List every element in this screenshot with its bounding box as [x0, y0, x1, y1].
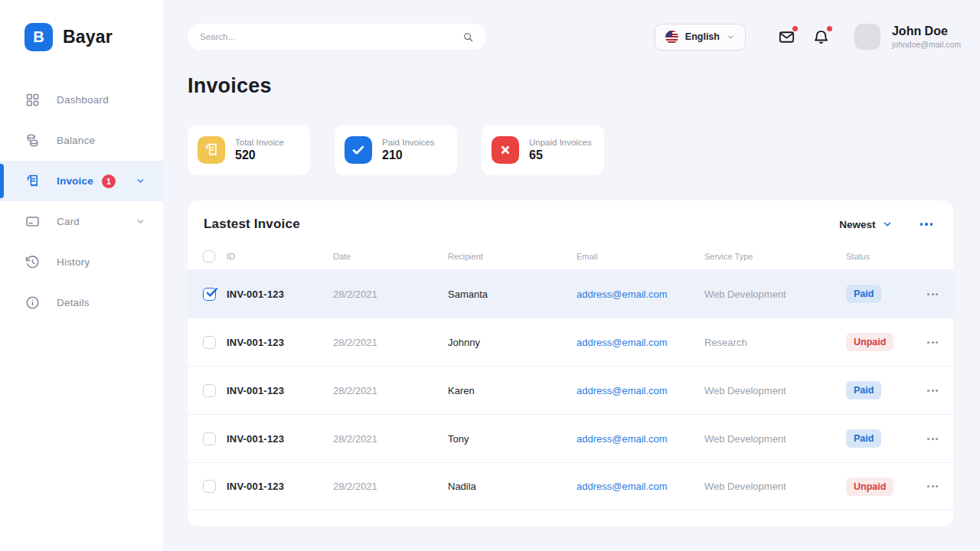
check-icon	[345, 136, 372, 164]
status-badge: Unpaid	[846, 478, 893, 496]
row-checkbox[interactable]	[203, 288, 216, 301]
sidebar: B Bayar Dashboard Balance Invoice 1 Card	[0, 0, 163, 551]
status-badge: Unpaid	[846, 333, 893, 351]
stat-value: 65	[529, 148, 592, 162]
chevron-down-icon[interactable]	[136, 217, 145, 227]
sidebar-item-invoice[interactable]: Invoice 1	[0, 161, 163, 201]
sidebar-item-details[interactable]: Details	[0, 282, 163, 323]
cell-service-type: Web Development	[704, 385, 846, 396]
brand-logo-letter: B	[33, 28, 44, 46]
cell-id: INV-001-123	[227, 385, 333, 396]
row-checkbox[interactable]	[203, 480, 216, 493]
avatar[interactable]	[854, 24, 880, 50]
stat-card-total-invoice: Total Invoice 520	[188, 125, 310, 175]
language-selector[interactable]: English	[655, 24, 746, 51]
cell-recipient: Nadila	[448, 481, 577, 492]
table-row[interactable]: INV-001-12328/2/2021Nadilaaddress@email.…	[188, 462, 953, 510]
chevron-down-icon[interactable]	[136, 176, 145, 186]
sidebar-item-label: Balance	[57, 135, 95, 146]
sidebar-item-label: Invoice	[57, 175, 93, 187]
stat-label: Paid Invoices	[382, 138, 434, 147]
cell-service-type: Research	[704, 337, 846, 348]
stat-label: Unpaid Invoices	[529, 138, 592, 147]
chevron-down-icon	[727, 33, 735, 41]
table-row[interactable]: INV-001-12328/2/2021Johnnyaddress@email.…	[188, 318, 953, 366]
row-menu-button[interactable]	[927, 341, 938, 344]
stat-card-paid-invoices: Paid Invoices 210	[335, 125, 457, 175]
row-menu-button[interactable]	[927, 485, 938, 487]
row-menu-button[interactable]	[927, 390, 938, 392]
status-badge: Paid	[846, 429, 881, 448]
row-checkbox[interactable]	[203, 336, 216, 349]
column-header-status: Status	[846, 252, 927, 261]
column-header-email: Email	[577, 252, 704, 261]
latest-invoice-card: Lastest Invoice Newest ID Date Recipient…	[188, 201, 953, 527]
chevron-down-icon	[882, 219, 893, 230]
select-all-checkbox[interactable]	[203, 250, 215, 262]
column-header-id: ID	[227, 252, 333, 261]
sidebar-item-label: Dashboard	[57, 94, 109, 106]
language-label: English	[685, 31, 720, 42]
cell-service-type: Web Development	[704, 481, 846, 492]
sidebar-item-label: Details	[57, 297, 90, 308]
table-menu-button[interactable]	[920, 223, 933, 226]
table-title: Lastest Invoice	[204, 217, 300, 232]
us-flag-icon	[665, 31, 678, 44]
search-input[interactable]	[200, 32, 462, 41]
coins-icon	[24, 132, 41, 148]
sidebar-item-label: Card	[57, 216, 80, 227]
sidebar-item-balance[interactable]: Balance	[0, 120, 163, 161]
sidebar-item-history[interactable]: History	[0, 242, 163, 282]
brand-logo: B	[24, 23, 53, 51]
table-row[interactable]: INV-001-12328/2/2021Karenaddress@email.c…	[188, 366, 953, 414]
cell-date: 28/2/2021	[333, 385, 448, 396]
row-checkbox[interactable]	[203, 432, 216, 445]
row-menu-button[interactable]	[927, 438, 938, 440]
invoice-icon	[24, 173, 41, 189]
cell-id: INV-001-123	[227, 289, 333, 300]
cell-id: INV-001-123	[227, 337, 333, 348]
sidebar-item-dashboard[interactable]: Dashboard	[0, 80, 163, 120]
app-root: B Bayar Dashboard Balance Invoice 1 Card	[0, 0, 980, 551]
cell-recipient: Karen	[448, 385, 577, 396]
stat-value: 520	[235, 148, 284, 162]
table-row[interactable]: INV-001-12328/2/2021Tonyaddress@email.co…	[188, 414, 953, 462]
sort-dropdown[interactable]: Newest	[839, 219, 892, 230]
dashboard-icon	[24, 92, 41, 108]
stat-label: Total Invoice	[235, 138, 284, 147]
cell-date: 28/2/2021	[333, 289, 448, 300]
cell-email[interactable]: address@email.com	[577, 433, 704, 445]
cell-date: 28/2/2021	[333, 481, 448, 492]
status-badge: Paid	[846, 285, 881, 303]
cell-recipient: Samanta	[448, 289, 577, 300]
brand: B Bayar	[0, 0, 163, 51]
cell-recipient: Tony	[448, 433, 577, 445]
column-header-date: Date	[333, 252, 448, 261]
user-name: John Doe	[892, 24, 961, 38]
sidebar-item-label: History	[57, 256, 90, 268]
topbar-actions: English John Doe johndoe@mail.com	[655, 21, 961, 52]
notifications-button[interactable]	[812, 28, 830, 46]
cell-date: 28/2/2021	[333, 337, 448, 348]
search-bar	[188, 24, 486, 50]
bell-unread-dot	[827, 26, 832, 31]
mail-button[interactable]	[778, 28, 795, 46]
cell-email[interactable]: address@email.com	[577, 337, 704, 348]
table-row[interactable]: INV-001-12328/2/2021Samantaaddress@email…	[188, 269, 953, 318]
cell-email[interactable]: address@email.com	[577, 481, 704, 492]
user-email: johndoe@mail.com	[892, 40, 961, 49]
info-icon	[24, 295, 41, 311]
sidebar-item-card[interactable]: Card	[0, 201, 163, 242]
mail-unread-dot	[792, 26, 798, 31]
cell-email[interactable]: address@email.com	[577, 385, 704, 396]
column-header-recipient: Recipient	[448, 252, 577, 261]
cell-service-type: Web Development	[704, 433, 846, 445]
row-checkbox[interactable]	[203, 384, 216, 397]
cell-email[interactable]: address@email.com	[577, 289, 704, 300]
search-icon[interactable]	[462, 31, 474, 43]
row-menu-button[interactable]	[927, 293, 938, 295]
column-header-service-type: Service Type	[704, 252, 846, 261]
sidebar-nav: Dashboard Balance Invoice 1 Card History	[0, 80, 163, 323]
brand-name: Bayar	[63, 27, 113, 47]
cell-service-type: Web Development	[704, 289, 846, 300]
